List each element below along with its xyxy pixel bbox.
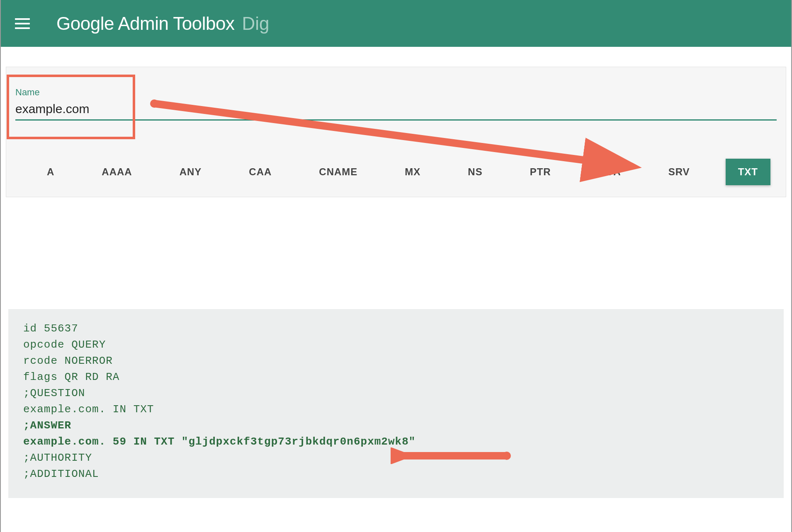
name-label: Name [15,87,777,98]
name-input-group: Name [15,87,777,121]
result-line: flags QR RD RA [23,369,769,385]
record-type-ptr[interactable]: PTR [518,159,563,185]
result-line: ;AUTHORITY [23,450,769,466]
record-type-a[interactable]: A [35,159,66,185]
record-type-aaaa[interactable]: AAAA [90,159,143,185]
menu-icon[interactable] [15,15,32,32]
result-line: example.com. 59 IN TXT "gljdpxckf3tgp73r… [23,434,769,450]
query-panel: Name AAAAAANYCAACNAMEMXNSPTRSOASRVTXT [6,67,786,197]
record-type-row: AAAAAANYCAACNAMEMXNSPTRSOASRVTXT [15,159,777,197]
result-line: id 55637 [23,321,769,337]
result-line: rcode NOERROR [23,353,769,369]
app-header: Google Admin Toolbox Dig [1,0,791,47]
result-line: ;QUESTION [23,385,769,401]
app-title: Google Admin Toolbox [56,13,234,34]
app-subtitle: Dig [242,13,269,34]
record-type-txt[interactable]: TXT [726,159,770,185]
record-type-any[interactable]: ANY [168,159,214,185]
result-line: opcode QUERY [23,337,769,353]
result-line: example.com. IN TXT [23,401,769,418]
result-line: ;ADDITIONAL [23,466,769,482]
result-line: ;ANSWER [23,418,769,434]
record-type-cname[interactable]: CNAME [307,159,369,185]
name-input[interactable] [15,100,777,121]
record-type-ns[interactable]: NS [456,159,494,185]
record-type-soa[interactable]: SOA [587,159,633,185]
dig-results: id 55637opcode QUERYrcode NOERRORflags Q… [8,309,784,498]
record-type-srv[interactable]: SRV [657,159,702,185]
record-type-caa[interactable]: CAA [237,159,283,185]
record-type-mx[interactable]: MX [393,159,432,185]
